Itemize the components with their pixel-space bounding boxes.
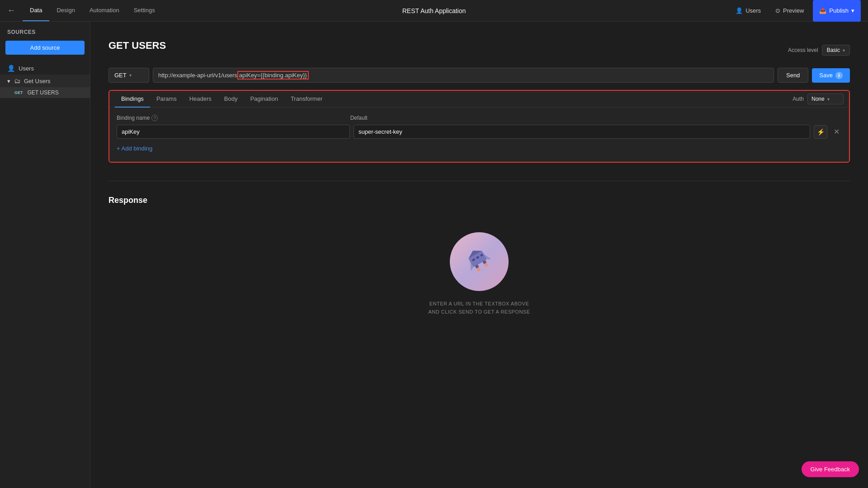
url-input-wrapper: http://example-api-url/v1/users apiKey={… xyxy=(153,68,774,83)
response-title: Response xyxy=(108,196,850,205)
access-level-chevron-icon: ▾ xyxy=(843,48,845,53)
users-button[interactable]: 👤 Users xyxy=(730,5,766,17)
bindings-panel: Bindings Params Headers Body Pagination … xyxy=(108,90,850,163)
sidebar-title: Sources xyxy=(0,29,90,35)
url-input[interactable] xyxy=(153,68,774,83)
app-title: REST Auth Application xyxy=(402,7,466,14)
binding-name-help-icon[interactable]: ? xyxy=(151,115,158,121)
save-info-icon: ℹ xyxy=(835,72,843,79)
layout: Sources Add source 👤 Users ▾ 🗂 Get Users… xyxy=(0,22,868,488)
tab-pagination[interactable]: Pagination xyxy=(244,91,284,108)
method-select[interactable]: GET ▾ xyxy=(108,68,149,83)
response-empty-state: ENTER A URL IN THE TEXTBOX ABOVEAND CLIC… xyxy=(108,223,850,325)
binding-remove-button[interactable]: ✕ xyxy=(831,127,842,137)
publish-button[interactable]: 📤 Publish ▾ xyxy=(813,0,861,22)
tab-headers[interactable]: Headers xyxy=(183,91,218,108)
add-source-button[interactable]: Add source xyxy=(5,41,85,55)
preview-button[interactable]: ⊙ Preview xyxy=(770,5,809,17)
add-binding-button[interactable]: + Add binding xyxy=(117,142,152,155)
tab-settings[interactable]: Settings xyxy=(127,0,162,21)
auth-chevron-icon: ▾ xyxy=(827,97,830,102)
topnav-tabs: Data Design Automation Settings xyxy=(23,0,162,21)
response-divider xyxy=(108,181,850,181)
users-icon: 👤 xyxy=(736,7,743,14)
main-content: GET USERS Access level Basic ▾ GET ▾ htt… xyxy=(90,22,868,488)
bindings-header: Binding name ? Default xyxy=(117,115,842,121)
method-chevron-icon: ▾ xyxy=(129,73,132,78)
sidebar: Sources Add source 👤 Users ▾ 🗂 Get Users… xyxy=(0,22,90,488)
binding-name-column-header: Binding name ? xyxy=(117,115,343,121)
sidebar-item-users[interactable]: 👤 Users xyxy=(0,62,90,75)
topnav: ← Data Design Automation Settings REST A… xyxy=(0,0,868,22)
binding-name-input[interactable] xyxy=(117,125,350,139)
send-button[interactable]: Send xyxy=(778,68,808,83)
response-empty-text: ENTER A URL IN THE TEXTBOX ABOVEAND CLIC… xyxy=(428,300,530,316)
access-level-select[interactable]: Basic ▾ xyxy=(822,45,850,56)
tab-bindings[interactable]: Bindings xyxy=(115,91,150,108)
default-column-header: Default xyxy=(350,115,803,121)
tab-design[interactable]: Design xyxy=(49,0,82,21)
response-illustration xyxy=(450,232,509,291)
folder-icon: 🗂 xyxy=(14,77,20,84)
tab-params[interactable]: Params xyxy=(150,91,183,108)
auth-select[interactable]: None ▾ xyxy=(807,94,844,104)
tab-body[interactable]: Body xyxy=(218,91,244,108)
response-illustration-svg xyxy=(459,246,500,277)
back-button[interactable]: ← xyxy=(7,6,15,15)
user-icon: 👤 xyxy=(7,65,15,72)
sidebar-subitem-get-users[interactable]: GET GET USERS xyxy=(0,87,90,98)
tab-transformer[interactable]: Transformer xyxy=(284,91,329,108)
url-bar: GET ▾ http://example-api-url/v1/users ap… xyxy=(108,68,850,83)
bindings-tab-bar: Bindings Params Headers Body Pagination … xyxy=(109,91,849,108)
preview-icon: ⊙ xyxy=(775,7,780,14)
save-button[interactable]: Save ℹ xyxy=(812,68,850,83)
publish-icon: 📤 xyxy=(819,7,826,14)
binding-default-input[interactable] xyxy=(354,125,810,139)
auth-label: Auth xyxy=(793,96,804,102)
publish-chevron-icon: ▾ xyxy=(851,7,854,14)
sidebar-item-get-users[interactable]: ▾ 🗂 Get Users xyxy=(0,75,90,87)
tab-automation[interactable]: Automation xyxy=(82,0,127,21)
give-feedback-button[interactable]: Give Feedback xyxy=(802,461,859,477)
chevron-down-icon: ▾ xyxy=(7,78,10,84)
access-level-label: Access level xyxy=(788,47,818,53)
binding-row: ⚡ ✕ xyxy=(117,125,842,139)
page-title: GET USERS xyxy=(108,40,166,52)
binding-lightning-button[interactable]: ⚡ xyxy=(814,125,827,139)
topnav-right: 👤 Users ⊙ Preview 📤 Publish ▾ xyxy=(730,0,861,22)
tab-data[interactable]: Data xyxy=(23,0,49,21)
bindings-body: Binding name ? Default ⚡ ✕ xyxy=(109,108,849,162)
